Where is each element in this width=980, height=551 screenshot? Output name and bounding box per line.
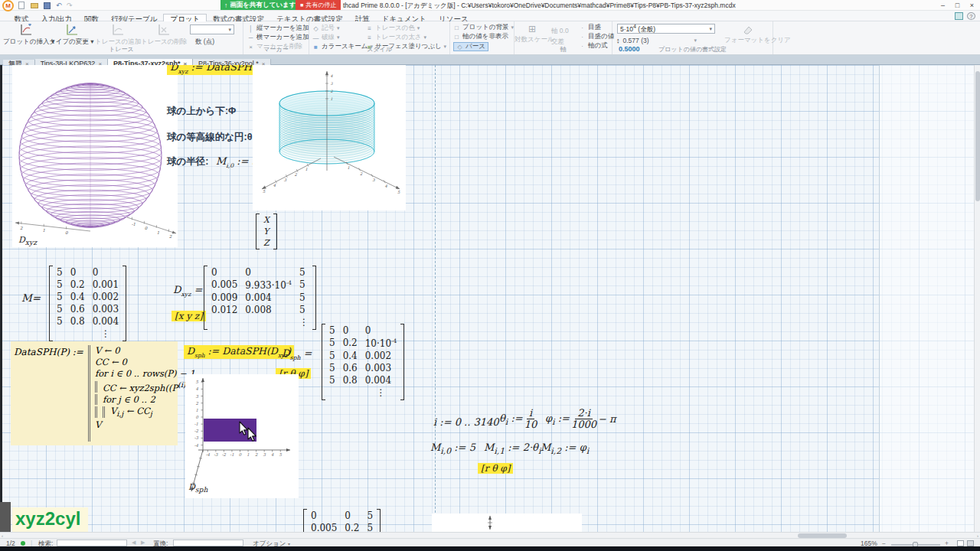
svg-text:-1: -1 xyxy=(132,222,136,227)
draft-view-icon[interactable] xyxy=(967,540,974,546)
dsph-plot-data-label[interactable]: Dsph xyxy=(188,482,207,494)
xyz-vector[interactable]: XYZ xyxy=(256,214,277,249)
hide-axis-values-button[interactable]: □軸の値を非表示 xyxy=(453,33,508,41)
sphere-plot-data-label[interactable]: Dxyz xyxy=(18,235,37,246)
tick-values-toggle[interactable]: ·目盛の値 xyxy=(579,33,614,41)
perspective-toggle[interactable]: ◇パース xyxy=(453,42,488,51)
matrix-Dxyz-label[interactable]: Dxyz = xyxy=(173,284,202,298)
help-icon[interactable]: ? xyxy=(967,12,975,20)
matrix-cell: 5 xyxy=(299,279,309,292)
svg-text:2: 2 xyxy=(169,234,172,239)
search-input[interactable] xyxy=(57,540,127,546)
svg-text:1: 1 xyxy=(348,165,350,170)
sphere-plot[interactable]: 210-1012 Dxyz xyxy=(12,65,178,247)
horizontal-scrollbar[interactable]: ‹ › xyxy=(0,532,980,538)
insert-plot-button[interactable]: プロットの挿入 ▾ xyxy=(3,23,47,47)
svg-text:2: 2 xyxy=(20,226,23,230)
add-trace-icon xyxy=(111,24,124,37)
vertical-scroll-thumb[interactable] xyxy=(975,71,980,201)
program-line: for j ∈ 0 .. 2 xyxy=(95,394,198,406)
program-line: Vi,j ← CCj xyxy=(95,406,198,419)
undo-icon[interactable]: ↶ xyxy=(56,2,62,9)
matrix-cell: 0.002 xyxy=(365,350,397,362)
matrix-cell: 0 xyxy=(211,267,237,279)
matrix-M[interactable]: 50050.20.00150.40.00250.60.00350.80.004⋮ xyxy=(49,266,126,341)
matrix-cell: 5 xyxy=(57,316,63,328)
redo-icon[interactable]: ↷ xyxy=(67,2,73,9)
matrix-Dsph-label[interactable]: Dsph = xyxy=(282,347,312,361)
rtp-tag-2[interactable]: [r θ φ] xyxy=(478,463,513,474)
matrix-Dxyz[interactable]: 0050.0059.933·10-450.0090.00450.0120.008… xyxy=(204,266,316,330)
remove-trace-icon xyxy=(157,24,170,37)
matrix-cell: 0.8 xyxy=(70,316,85,328)
note-sphere-radius[interactable]: 球の半径: Mi,0 := 5 xyxy=(167,154,258,169)
formula-m0[interactable]: Mi,0 := 5 xyxy=(430,442,475,456)
search-prev-icon[interactable]: ◀ xyxy=(132,540,136,546)
cylinder-plot[interactable]: 12341234512345 xyxy=(253,65,406,210)
page-right-margin xyxy=(879,65,974,532)
bottom-letterbox xyxy=(0,546,980,551)
page-view-icon[interactable] xyxy=(957,540,964,546)
share-banner-text: 画面を共有しています xyxy=(230,1,296,10)
ribbon-group-value-format: 5·104 (全般)▾ ▴▾ 0.577 (3) ▾ 0.5000 フォーマット… xyxy=(612,21,773,54)
add-horizontal-marker-button[interactable]: ─横マーカーを追加 xyxy=(247,34,309,41)
close-button[interactable]: × xyxy=(965,0,978,10)
svg-text:4: 4 xyxy=(271,452,274,457)
svg-text:0: 0 xyxy=(196,415,199,419)
share-app-icon[interactable] xyxy=(955,12,963,20)
matrix-bottom[interactable]: 0050.0050.25 xyxy=(303,509,381,532)
trace-color-icon: ≡ xyxy=(366,25,373,32)
search-next-icon[interactable]: ▶ xyxy=(141,540,145,546)
formula-m1[interactable]: Mi,1 := 2·θi xyxy=(484,442,541,456)
mathcad-logo-icon[interactable]: M xyxy=(2,0,14,11)
ticks-toggle[interactable]: ·目盛 xyxy=(579,24,601,31)
matrix-cell: 0.6 xyxy=(343,363,358,374)
minimize-button[interactable]: – xyxy=(936,0,949,10)
svg-text:5: 5 xyxy=(279,452,283,457)
spinner-icon[interactable]: ▴▾ xyxy=(617,37,619,44)
matrix-cell: 0.8 xyxy=(343,375,358,386)
change-type-button[interactable]: タイプの変更 ▾ xyxy=(49,23,93,47)
stop-share-button[interactable]: ■ 共有の停止 xyxy=(296,0,341,10)
formula-m2[interactable]: Mi,2 := φi xyxy=(541,442,589,456)
dataSPH-program[interactable]: DataSPH(P) := V ← 0CC ← 0for i ∈ 0 .. ro… xyxy=(11,341,178,445)
replace-input[interactable] xyxy=(173,540,243,546)
matrix-M-label[interactable]: M= xyxy=(21,292,41,304)
matrix-cell: 0.012 xyxy=(211,305,237,316)
value-format-group-label: プロットの値の書式設定 xyxy=(612,45,773,54)
dsph-plot[interactable]: 543210-1-2-3-4-4-3-2-1012345 Dsph xyxy=(185,374,299,498)
matrix-cell: 10·10-4 xyxy=(365,337,397,350)
save-icon[interactable] xyxy=(44,2,51,9)
formula-theta[interactable]: θi := i10 xyxy=(499,408,538,431)
number-format-select[interactable]: 5·104 (全般)▾ xyxy=(617,24,715,34)
axis-rotation-field: 軸 0.0 xyxy=(551,28,569,35)
svg-text:4: 4 xyxy=(196,386,199,391)
matrix-cell: 0.4 xyxy=(343,350,358,362)
worksheet[interactable]: 210-1012 Dxyz Dxyz := DataSPH(M) 球の上から下:… xyxy=(0,65,974,532)
open-file-icon[interactable] xyxy=(31,2,38,9)
vertical-scrollbar[interactable] xyxy=(974,65,980,532)
svg-text:-3: -3 xyxy=(194,435,199,440)
xyz-columns-tag[interactable]: [x y z] xyxy=(172,311,206,321)
dsph-definition[interactable]: Dsph := DataSPH(Dxyz) xyxy=(184,345,294,359)
sphere-plot-canvas: 210-1012 xyxy=(12,65,178,247)
matrix-cell: 0.009 xyxy=(211,292,237,304)
matrix-Dsph[interactable]: 50050.210·10-450.40.00250.60.00350.80.00… xyxy=(322,324,404,400)
precision-stepper[interactable]: ▴▾ 0.577 (3) ▾ xyxy=(617,37,697,44)
matrix-cell: 0 xyxy=(311,510,337,522)
add-vertical-marker-button[interactable]: │縦マーカーを追加 xyxy=(247,24,309,32)
note-sphere-top[interactable]: 球の上から下:Φ xyxy=(167,105,236,118)
matrix-cell: 5 xyxy=(367,523,373,532)
matrix-cell: 5 xyxy=(329,325,335,337)
maximize-button[interactable]: □ xyxy=(951,0,964,10)
note-sphere-contour[interactable]: 球の等高線的な円:θ xyxy=(167,131,253,144)
section-title-xyz2cyl[interactable]: xyz2cyl xyxy=(12,507,88,532)
formula-i-range[interactable]: i := 0 .. 3140 xyxy=(433,416,499,428)
trace-points-select[interactable]: ▾ xyxy=(190,24,234,34)
cylinder-plot-canvas: 12341234512345 xyxy=(253,65,406,210)
program-body: V ← 0CC ← 0for i ∈ 0 .. rows(P) − 1CC ← … xyxy=(88,345,198,442)
mini-plot[interactable] xyxy=(432,514,582,532)
new-document-icon[interactable] xyxy=(18,2,24,9)
formula-phi[interactable]: φi := 2·i1000 − π xyxy=(545,408,616,431)
plot-background-button[interactable]: □プロットの背景▾ xyxy=(453,24,514,31)
